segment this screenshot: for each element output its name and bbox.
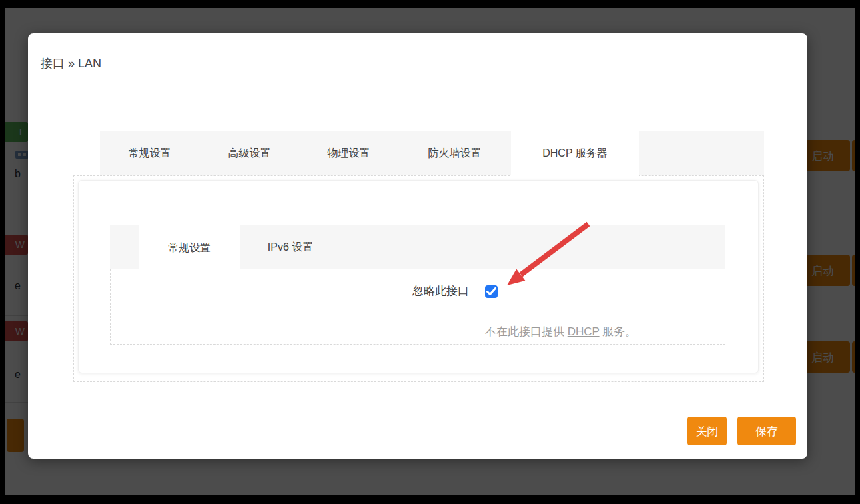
description-text: 服务。: [600, 325, 637, 338]
ignore-interface-label: 忽略此接口: [282, 283, 469, 299]
tab-physical-settings[interactable]: 物理设置: [299, 131, 398, 175]
checkmark-icon: [486, 287, 496, 296]
interface-settings-modal: 接口 » LAN 常规设置 高级设置 物理设置 防火墙设置 DHCP 服务器 常…: [28, 33, 807, 459]
dhcp-subtabbar: 常规设置 IPv6 设置: [110, 225, 725, 269]
save-button[interactable]: 保存: [737, 417, 796, 445]
description-text: 不在此接口提供: [485, 325, 568, 338]
modal-title: 接口 » LAN: [41, 55, 101, 71]
field-description: 不在此接口提供 DHCP 服务。: [485, 324, 636, 339]
tab-firewall-settings[interactable]: 防火墙设置: [398, 131, 511, 175]
close-button[interactable]: 关闭: [687, 417, 727, 445]
settings-tabbar: 常规设置 高级设置 物理设置 防火墙设置 DHCP 服务器: [100, 131, 764, 175]
tab-dhcp-server[interactable]: DHCP 服务器: [511, 131, 639, 177]
subtab-ipv6-settings[interactable]: IPv6 设置: [240, 225, 340, 269]
ignore-interface-checkbox[interactable]: [485, 285, 498, 298]
dhcp-link[interactable]: DHCP: [568, 325, 600, 338]
subtab-general-setup[interactable]: 常规设置: [139, 225, 240, 270]
tab-advanced-settings[interactable]: 高级设置: [199, 131, 299, 175]
subtab-spacer: [110, 225, 139, 269]
browser-viewport: L b W e W e 启动 启动 启动 接口 » LAN 常规设置 高级设置 …: [5, 8, 855, 495]
tab-general-settings[interactable]: 常规设置: [100, 131, 199, 175]
